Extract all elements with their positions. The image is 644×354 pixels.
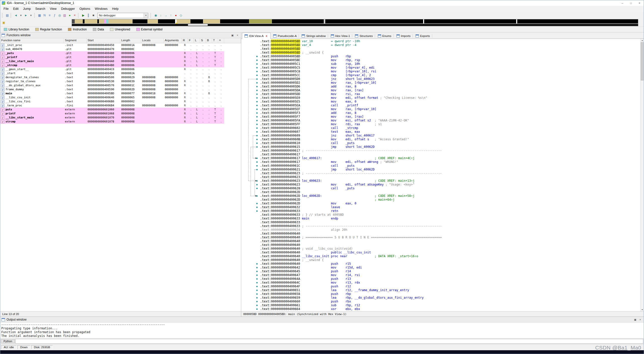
- disassembly-line[interactable]: .text:0000000000400645 push r14: [241, 270, 640, 273]
- menu-item-search[interactable]: Search: [33, 6, 48, 11]
- function-row[interactable]: f_puts.plt000000000040048000000006R.L..T…: [0, 51, 241, 55]
- disassembly-line[interactable]: .text:00000000004005FF mov rdi, rax ; s1: [241, 122, 640, 126]
- run-until-return-icon[interactable]: ↑: [168, 13, 173, 18]
- disassembly-line[interactable]: .text:00000000004005FA mov esi, offset s…: [241, 119, 640, 122]
- close-tab-icon[interactable]: [265, 34, 268, 37]
- disassembly-line[interactable]: .text:000000000040064A push r13: [241, 277, 640, 281]
- disassembly-line[interactable]: .text:0000000000400640 public __libc_csu…: [241, 251, 640, 254]
- function-row[interactable]: fmain.text00000000004005BD00000077000000…: [0, 92, 241, 96]
- disassembly-line[interactable]: .text:00000000004005C1 sub rsp, 10h: [241, 62, 640, 66]
- disassembly-line[interactable]: .text:00000000004005DA mov rax, [rax]: [241, 88, 640, 92]
- disassembly-line[interactable]: .text:0000000000400617; ----------------…: [241, 149, 640, 153]
- disassembly-line[interactable]: .text:0000000000400660 push rbx: [241, 300, 640, 303]
- menu-item-help[interactable]: Help: [110, 6, 121, 11]
- tab-pseudocode-a[interactable]: Pseudocode-A: [271, 33, 299, 38]
- navigator-scale[interactable]: [72, 24, 638, 26]
- close-button[interactable]: ×: [638, 318, 642, 322]
- column-header-arguments[interactable]: Arguments: [164, 38, 182, 43]
- disassembly-line[interactable]: .text:0000000000400640: [241, 243, 640, 247]
- navigate-forward-icon[interactable]: ►: [23, 13, 28, 18]
- disassembly-line[interactable]: .text:0000000000400634 align 20h: [241, 228, 640, 232]
- disassembly-line[interactable]: .text:00000000004005CC cmp [rbp+var_4], …: [241, 73, 640, 77]
- start-process-icon[interactable]: ▶: [81, 13, 86, 18]
- disassembly-line[interactable]: .text:0000000000400640__libc_csu_init pr…: [241, 254, 640, 258]
- disassembly-line[interactable]: .text:00000000004005D6 add rax, 8: [241, 85, 640, 88]
- column-header-b[interactable]: B: [206, 38, 212, 43]
- function-row[interactable]: f__libc_csu_init.text0000000000400640000…: [0, 96, 241, 100]
- menu-item-debugger[interactable]: Debugger: [59, 6, 77, 11]
- step-over-icon[interactable]: →: [163, 13, 168, 18]
- step-into-icon[interactable]: ↓: [158, 13, 163, 18]
- function-row[interactable]: f_printf.plt000000000040049000000006R.L.…: [0, 55, 241, 59]
- disassembly-line[interactable]: .text:0000000000400640: [241, 239, 640, 243]
- disassembly-line[interactable]: .text:0000000000400633; ----------------…: [241, 224, 640, 228]
- function-row[interactable]: fframe_dummy.text00000000004005900000002…: [0, 87, 241, 92]
- maximize-button[interactable]: □: [627, 0, 635, 6]
- column-header-f[interactable]: F: [188, 38, 194, 43]
- disassembly-line[interactable]: .text:0000000000400658 push rbp: [241, 292, 640, 296]
- disassembly-line[interactable]: .text:0000000000400661 sub rbp, r12: [241, 303, 640, 307]
- back-history-dropdown-icon[interactable]: ▾: [18, 13, 23, 18]
- search-icon[interactable]: ◎: [57, 13, 62, 18]
- function-row[interactable]: fderegister_tm_clones.text00000000004005…: [0, 75, 241, 79]
- disassembly-line[interactable]: .text:0000000000400647 mov r14, rsi: [241, 273, 640, 277]
- tab-imports[interactable]: Imports: [394, 33, 413, 38]
- functions-list-icon[interactable]: ƒ: [52, 13, 57, 18]
- menu-item-options[interactable]: Options: [77, 6, 93, 11]
- disassembly-line[interactable]: .text:00000000004005D2 mov rax, [rbp+var…: [241, 81, 640, 85]
- disassembly-line[interactable]: .text:00000000004005BDvar_10 = qword ptr…: [241, 39, 640, 43]
- disassembly-line[interactable]: .text:0000000000400633main endp: [241, 217, 640, 220]
- function-row[interactable]: fputsextern000000000060106000000008R.L..…: [0, 108, 241, 112]
- dock-button[interactable]: ▣: [230, 33, 235, 37]
- disassembly-scrollbar[interactable]: [640, 39, 644, 311]
- save-icon[interactable]: ▤: [5, 13, 10, 18]
- disassembly-line[interactable]: .text:0000000000400633: [241, 220, 640, 224]
- disassembly-line[interactable]: .text:00000000004005BDvar_4 = dword ptr …: [241, 43, 640, 47]
- analysis-indicator-icon[interactable]: ●: [67, 13, 72, 18]
- column-header-s[interactable]: S: [200, 38, 206, 43]
- cancel-icon[interactable]: ×: [72, 13, 77, 18]
- tab-strings-window[interactable]: Strings window: [299, 33, 328, 38]
- colors-icon[interactable]: ▨: [62, 13, 67, 18]
- menu-item-edit[interactable]: Edit: [11, 6, 21, 11]
- disassembly-line[interactable]: .text:0000000000400602 call _strcmp: [241, 126, 640, 130]
- function-row[interactable]: f__libc_csu_fini.text00000000004006B0000…: [0, 100, 241, 104]
- python-input[interactable]: [15, 339, 643, 344]
- function-row[interactable]: fstrcmpextern000000000060107800000008R.L…: [0, 120, 241, 124]
- disassembly-line[interactable]: .text:0000000000400623 mov edi, offset a…: [241, 183, 640, 187]
- column-header-l[interactable]: L: [194, 38, 200, 43]
- disassembly-line[interactable]: .text:00000000004005C5 mov [rbp+var_4], …: [241, 66, 640, 70]
- column-header-r[interactable]: R: [182, 38, 188, 43]
- disassembly-line[interactable]: .text:00000000004005BD; __unwind {: [241, 51, 640, 55]
- disassembly-line[interactable]: .text:000000000040064C mov r13, rdx: [241, 281, 640, 285]
- disassembly-line[interactable]: .text:0000000000400617loc_400617: ; CODE…: [241, 156, 640, 160]
- minimize-button[interactable]: –: [618, 0, 627, 6]
- disassembly-line[interactable]: .text:0000000000400623: [241, 175, 640, 179]
- tab-ida-view-a[interactable]: IDA View-A: [242, 33, 271, 39]
- disassembly-line[interactable]: .text:0000000000400633 retn: [241, 209, 640, 213]
- tab-enums[interactable]: Enums: [375, 33, 394, 38]
- navigator-range-indicator[interactable]: [188, 24, 208, 26]
- navigator-band[interactable]: [72, 19, 638, 24]
- disassembly-line[interactable]: .text:00000000004005BD: [241, 47, 640, 51]
- disassembly-line[interactable]: .text:0000000000400640 push r15: [241, 262, 640, 266]
- disassembly-line[interactable]: .text:00000000004005F7 mov rax, [rax]: [241, 115, 640, 119]
- disassembly-line[interactable]: .text:0000000000400632 leave: [241, 205, 640, 209]
- function-row[interactable]: f_start.text00000000004004D00000002A....…: [0, 71, 241, 75]
- function-row[interactable]: fsub_400470.plt00000000004004700000000C.…: [0, 47, 241, 51]
- menu-item-jump[interactable]: Jump: [21, 6, 33, 11]
- disassembly-line[interactable]: .text:000000000040062D ; main+64↑j: [241, 198, 640, 202]
- close-button[interactable]: ×: [235, 33, 240, 37]
- disassembly-line[interactable]: .text:0000000000400659 lea rbp, __do_glo…: [241, 296, 640, 300]
- segments-icon[interactable]: ≡: [47, 13, 52, 18]
- disassembly-line[interactable]: .text:0000000000400615 jmp short loc_400…: [241, 145, 640, 149]
- disassembly-line[interactable]: .text:0000000000400664 xor ebx, ebx: [241, 307, 640, 311]
- function-row[interactable]: f__gmon_start__.plt00000000004004C000000…: [0, 67, 241, 71]
- disassembly-line[interactable]: .text:0000000000400623; ----------------…: [241, 171, 640, 175]
- debugger-select[interactable]: No debugger: [97, 13, 148, 18]
- disassembly-line[interactable]: .text:0000000000400633; } // starts at 4…: [241, 213, 640, 217]
- disassembly-line[interactable]: .text:000000000040062D: [241, 190, 640, 194]
- disassembly-line[interactable]: .text:00000000004005EA call _printf: [241, 104, 640, 107]
- column-header-t[interactable]: T: [212, 38, 218, 43]
- column-header-segment[interactable]: Segment: [64, 38, 87, 43]
